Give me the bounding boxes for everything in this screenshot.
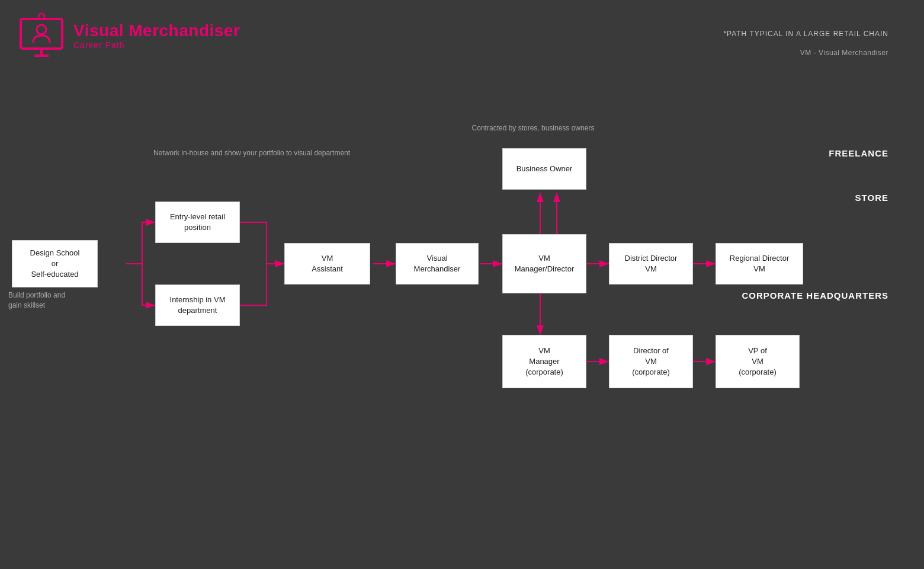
app-title: Visual Merchandiser <box>73 21 240 40</box>
vm-note: VM - Visual Merchandiser <box>723 49 888 57</box>
corporate-label: CORPORATE HEADQUARTERS <box>742 290 888 301</box>
logo-text-block: Visual Merchandiser Career Path <box>73 21 240 50</box>
store-label: STORE <box>855 193 888 203</box>
vm-assistant-box: VMAssistant <box>284 243 370 284</box>
regional-director-box: Regional DirectorVM <box>716 243 803 284</box>
vm-manager-director-box: VMManager/Director <box>502 234 586 293</box>
internship-box: Internship in VMdepartment <box>155 284 240 326</box>
top-notes: *PATH TYPICAL IN A LARGE RETAIL CHAIN VM… <box>723 30 888 57</box>
network-annotation: Network in-house and show your portfolio… <box>118 148 385 158</box>
app-subtitle: Career Path <box>73 40 240 50</box>
diagram: FREELANCE STORE CORPORATE HEADQUARTERS C… <box>0 89 924 539</box>
build-portfolio-annotation: Build portfolio andgain skillset <box>8 290 91 311</box>
vm-manager-corporate-box: VMManager(corporate) <box>502 335 586 388</box>
contracted-annotation: Contracted by stores, business owners <box>450 123 616 133</box>
freelance-label: FREELANCE <box>829 148 888 158</box>
logo-icon <box>18 12 65 59</box>
district-director-box: District DirectorVM <box>609 243 693 284</box>
entry-level-box: Entry-level retailposition <box>155 202 240 243</box>
svg-point-3 <box>37 25 46 34</box>
logo-container: Visual Merchandiser Career Path <box>18 12 240 59</box>
vp-vm-corporate-box: VP ofVM(corporate) <box>716 335 800 388</box>
path-note: *PATH TYPICAL IN A LARGE RETAIL CHAIN <box>723 30 888 38</box>
director-vm-corporate-box: Director ofVM(corporate) <box>609 335 693 388</box>
business-owner-box: Business Owner <box>502 148 586 190</box>
design-school-box: Design SchoolorSelf-educated <box>12 240 98 287</box>
visual-merchandiser-box: VisualMerchandiser <box>396 243 479 284</box>
